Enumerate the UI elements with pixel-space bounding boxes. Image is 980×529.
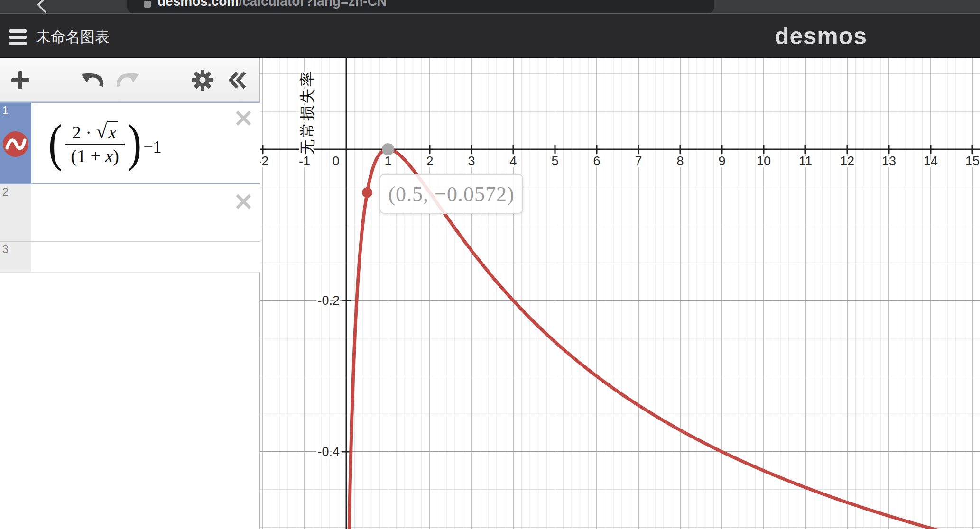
- x-axis-label: -2: [260, 154, 268, 168]
- expression-row-3[interactable]: 3: [0, 242, 260, 273]
- main-menu-icon[interactable]: [9, 29, 27, 45]
- desmos-logo: desmos: [775, 22, 867, 50]
- x-axis-label: 3: [468, 154, 475, 168]
- y-axis-label: -0.4: [317, 445, 340, 459]
- gear-icon: [191, 68, 214, 92]
- x-axis-label: -1: [299, 154, 310, 168]
- expression-1-gutter[interactable]: 1: [0, 103, 31, 183]
- graph-settings-button[interactable]: [186, 58, 219, 102]
- plot-point-0[interactable]: [382, 143, 394, 155]
- url-host: desmos.com: [157, 0, 239, 9]
- expression-1-content[interactable]: ( 2 · √x (1 + x) ) −1 ×: [31, 103, 260, 183]
- plus-icon: [9, 69, 31, 91]
- expression-row-1[interactable]: 1 ( 2 · √x (1 + x) ) −1 ×: [0, 102, 260, 184]
- expression-panel: 1 ( 2 · √x (1 + x) ) −1 × 2 ×: [0, 58, 260, 529]
- url-text[interactable]: desmos.com/calculator?lang=zh-CN: [157, 0, 387, 9]
- undo-icon: [80, 69, 105, 91]
- y-axis-caption: 无常损失率: [298, 70, 316, 155]
- x-axis-label: 7: [635, 154, 642, 168]
- x-axis-label: 15: [965, 154, 980, 168]
- x-axis-label: 10: [757, 154, 771, 168]
- formula-suffix: −1: [143, 137, 161, 157]
- browser-back-icon[interactable]: [34, 0, 50, 13]
- x-axis-label: 13: [882, 154, 896, 168]
- radical-icon: √: [96, 121, 107, 143]
- graph-paper[interactable]: -2-10123456789101112131415-0.2-0.4无常损失率 …: [260, 58, 980, 529]
- graph-title[interactable]: 未命名图表: [36, 27, 110, 47]
- graph-canvas[interactable]: -2-10123456789101112131415-0.2-0.4无常损失率: [260, 58, 980, 529]
- expression-2-content[interactable]: ×: [31, 184, 260, 241]
- expression-1-index: 1: [2, 104, 9, 117]
- delete-expression-2-icon[interactable]: ×: [233, 188, 254, 214]
- desmos-header: 未命名图表 desmos: [0, 13, 980, 58]
- delete-expression-1-icon[interactable]: ×: [233, 105, 254, 130]
- x-axis-label: 9: [718, 154, 725, 168]
- expression-3-content[interactable]: [31, 242, 260, 272]
- x-axis-label: 12: [840, 154, 854, 168]
- expression-3-gutter[interactable]: 3: [0, 242, 31, 272]
- x-axis-label: 1: [384, 154, 391, 168]
- x-axis-label: 11: [799, 154, 812, 168]
- expression-1-style-icon[interactable]: [2, 131, 29, 157]
- expression-2-index: 2: [2, 186, 9, 199]
- fraction-numerator: 2 · √x: [66, 120, 124, 144]
- site-security-icon[interactable]: [144, 1, 151, 8]
- open-paren: (: [47, 117, 63, 169]
- fraction: 2 · √x (1 + x): [65, 120, 125, 167]
- undo-button[interactable]: [76, 58, 109, 102]
- point-tooltip: (0.5, −0.0572): [379, 174, 523, 214]
- chevrons-left-icon: [227, 70, 249, 91]
- x-axis-label: 8: [676, 154, 684, 168]
- x-axis-label: 2: [426, 154, 433, 168]
- expression-3-index: 3: [2, 243, 9, 256]
- close-paren: ): [127, 117, 142, 169]
- fraction-denominator: (1 + x): [65, 144, 125, 167]
- url-path: /calculator?lang=zh-CN: [239, 0, 387, 9]
- y-axis-label: -0.2: [317, 293, 340, 308]
- address-bar[interactable]: desmos.com/calculator?lang=zh-CN: [127, 0, 714, 13]
- add-expression-button[interactable]: [4, 58, 37, 102]
- x-axis-label: 14: [924, 154, 938, 168]
- plot-point-1[interactable]: [362, 187, 372, 198]
- expression-toolbar: [0, 58, 259, 102]
- expression-row-2[interactable]: 2 ×: [0, 184, 260, 242]
- collapse-panel-button[interactable]: [221, 58, 254, 102]
- expression-1-formula: ( 2 · √x (1 + x) ) −1: [31, 120, 162, 167]
- x-axis-label: 0: [332, 154, 339, 168]
- redo-icon: [115, 69, 140, 91]
- x-axis-label: 4: [509, 154, 517, 168]
- x-axis-label: 5: [551, 154, 558, 168]
- browser-toolbar: desmos.com/calculator?lang=zh-CN: [0, 0, 980, 13]
- redo-button[interactable]: [111, 58, 144, 102]
- x-axis-label: 6: [593, 154, 600, 168]
- expression-2-gutter[interactable]: 2: [0, 184, 31, 241]
